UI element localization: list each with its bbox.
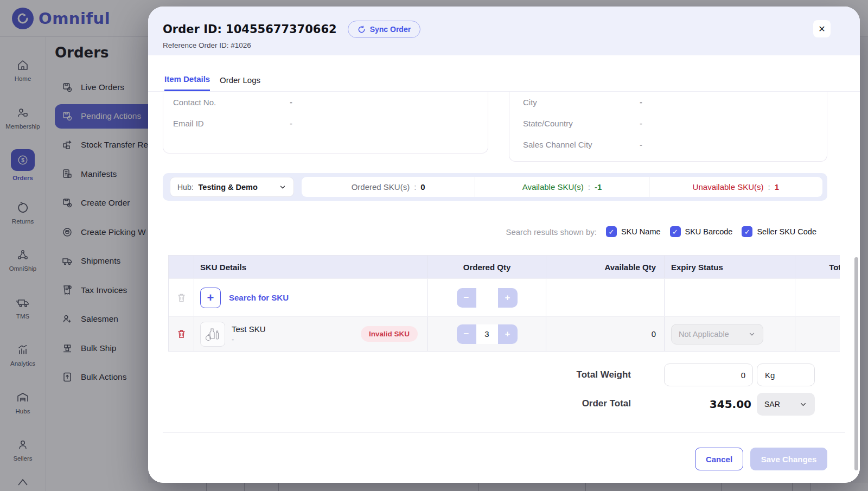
footer-divider xyxy=(163,432,845,433)
sync-order-label: Sync Order xyxy=(370,25,411,34)
sku-stats: Ordered SKU(s) : 0 Available SKU(s) : -1… xyxy=(302,177,822,197)
plus-button[interactable]: + xyxy=(498,288,518,308)
weight-unit-select[interactable]: Kg xyxy=(757,364,815,386)
available-sku-stat: Available SKU(s) : -1 xyxy=(475,177,648,197)
chevron-down-icon xyxy=(279,183,286,191)
order-details-modal: Order ID: 10455677370662 Sync Order Refe… xyxy=(148,7,860,483)
cancel-button[interactable]: Cancel xyxy=(695,448,743,470)
order-total-value: 345.00 xyxy=(643,398,751,411)
qty-stepper: − + xyxy=(457,324,518,344)
search-shown-by-row: Search results shown by: ✓ SKU Name ✓ SK… xyxy=(506,226,816,237)
state-country-value: - xyxy=(640,119,642,128)
expiry-status-select[interactable]: Not Applicable xyxy=(671,324,763,345)
tab-item-details[interactable]: Item Details xyxy=(164,68,210,91)
qty-input[interactable] xyxy=(476,324,498,344)
modal-tabs: Item Details Order Logs xyxy=(148,55,860,92)
minus-button[interactable]: − xyxy=(457,324,476,344)
order-id-title: Order ID: 10455677370662 xyxy=(163,23,337,36)
contact-no-value: - xyxy=(290,98,292,107)
test-sku-row: Test SKU - Invalid SKU − + 0 Not Applica… xyxy=(169,316,840,351)
email-id-label: Email ID xyxy=(173,119,290,128)
unavailable-sku-stat: Unavailable SKU(s) : 1 xyxy=(649,177,822,197)
col-sku-details: SKU Details xyxy=(194,256,428,278)
total-weight-input[interactable] xyxy=(664,364,753,386)
tab-order-logs[interactable]: Order Logs xyxy=(220,68,260,91)
sku-subtitle: - xyxy=(232,335,266,343)
total-weight-label: Total Weight xyxy=(522,369,631,380)
trash-icon-disabled xyxy=(176,292,187,303)
contact-no-label: Contact No. xyxy=(173,98,290,107)
plus-button[interactable]: + xyxy=(498,324,518,344)
hub-select[interactable]: Hub: Testing & Demo xyxy=(170,177,294,197)
option-sku-barcode[interactable]: ✓ SKU Barcode xyxy=(670,226,733,237)
currency-select[interactable]: SAR xyxy=(757,393,815,416)
chevron-down-icon xyxy=(799,400,807,409)
available-qty-value: 0 xyxy=(652,329,656,339)
close-icon[interactable]: ✕ xyxy=(813,20,831,37)
contact-card: Contact No. - Email ID - xyxy=(163,92,488,154)
email-id-value: - xyxy=(290,119,292,128)
modal-header: Order ID: 10455677370662 Sync Order Refe… xyxy=(148,7,860,55)
table-header-row: SKU Details Ordered Qty Available Qty Ex… xyxy=(169,256,840,278)
order-total-label: Order Total xyxy=(522,398,631,409)
city-value: - xyxy=(640,98,642,107)
add-sku-button[interactable]: + xyxy=(200,288,221,308)
col-total: Total xyxy=(795,256,840,278)
sku-thumbnail-icon xyxy=(200,322,225,347)
search-for-sku-link[interactable]: Search for SKU xyxy=(229,293,289,302)
save-changes-button[interactable]: Save Changes xyxy=(750,448,827,470)
hub-value: Testing & Demo xyxy=(199,183,274,192)
modal-body: Contact No. - Email ID - City - State/Co… xyxy=(148,92,860,483)
chevron-down-icon xyxy=(748,330,756,338)
option-sku-name[interactable]: ✓ SKU Name xyxy=(606,226,661,237)
qty-input-empty[interactable] xyxy=(476,288,498,308)
invalid-sku-badge: Invalid SKU xyxy=(361,326,418,342)
col-ordered-qty: Ordered Qty xyxy=(428,256,546,278)
checkbox-sku-barcode[interactable]: ✓ xyxy=(670,226,681,237)
search-sku-row: + Search for SKU − + xyxy=(169,278,840,316)
col-expiry-status: Expiry Status xyxy=(665,256,795,278)
ordered-sku-stat: Ordered SKU(s) : 0 xyxy=(302,177,475,197)
address-card: City - State/Country - Sales Channel Cit… xyxy=(509,92,827,162)
search-shown-by-label: Search results shown by: xyxy=(506,227,597,237)
state-country-label: State/Country xyxy=(523,119,640,128)
hub-stats-bar: Hub: Testing & Demo Ordered SKU(s) : 0 A… xyxy=(163,173,827,201)
hub-label: Hub: xyxy=(177,183,194,192)
sales-channel-city-label: Sales Channel City xyxy=(523,140,640,149)
sales-channel-city-value: - xyxy=(640,140,642,149)
sku-name: Test SKU xyxy=(232,324,266,334)
option-seller-sku-code[interactable]: ✓ Seller SKU Code xyxy=(742,226,816,237)
checkbox-seller-sku-code[interactable]: ✓ xyxy=(742,226,752,237)
sync-refresh-icon xyxy=(358,25,366,34)
col-available-qty: Available Qty xyxy=(546,256,665,278)
sync-order-button[interactable]: Sync Order xyxy=(348,21,420,38)
trash-icon[interactable] xyxy=(176,329,187,339)
city-label: City xyxy=(523,98,640,107)
sku-table: SKU Details Ordered Qty Available Qty Ex… xyxy=(168,255,840,352)
reference-order-id: Reference Order ID: #1026 xyxy=(163,41,251,49)
minus-button[interactable]: − xyxy=(457,288,476,308)
checkbox-sku-name[interactable]: ✓ xyxy=(606,226,617,237)
qty-stepper-empty: − + xyxy=(457,288,518,308)
modal-scrollbar[interactable] xyxy=(854,257,858,470)
